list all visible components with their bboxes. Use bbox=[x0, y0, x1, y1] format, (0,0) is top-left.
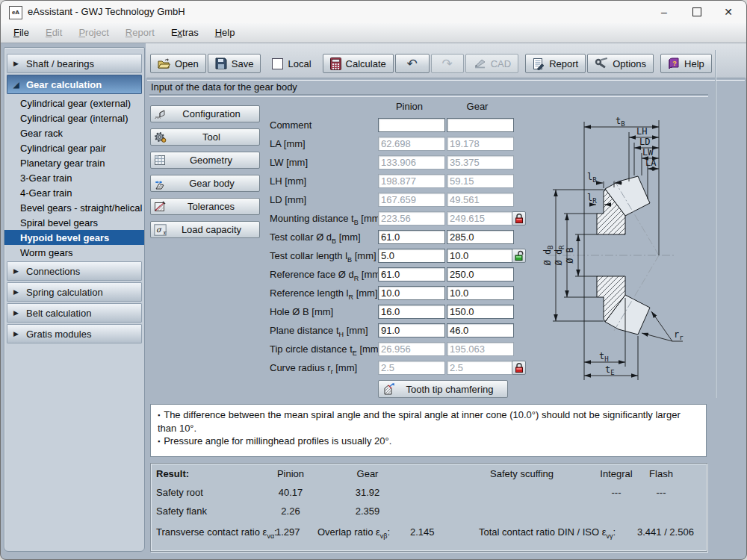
sidebar-item-planetary-gear-train[interactable]: Planetary gear train bbox=[4, 155, 144, 170]
mounting-distance-gear-input bbox=[447, 211, 514, 225]
note-line: ▪The difference between the mean spiral … bbox=[158, 408, 699, 435]
sidebar-item-bevel-gears-straight-helical[interactable]: Bevel gears - straight/helical bbox=[4, 200, 144, 215]
sidebar-section-shaft-bearings[interactable]: ▶Shaft / bearings bbox=[7, 54, 142, 73]
svg-text:LH: LH bbox=[636, 126, 647, 137]
field-label-lh: LH [mm] bbox=[270, 175, 306, 187]
column-header-gear: Gear bbox=[446, 101, 509, 112]
help-button[interactable]: ? Help bbox=[660, 54, 712, 73]
test-collar-length-gear-input[interactable] bbox=[447, 249, 514, 263]
note-line: ▪Pressure angle for millinghead profiles… bbox=[158, 435, 699, 448]
sidebar-item-spiral-bevel-gears[interactable]: Spiral bevel gears bbox=[4, 215, 144, 230]
field-label-la: LA [mm] bbox=[270, 138, 306, 149]
tolerances-button[interactable]: Tolerances bbox=[150, 198, 260, 215]
chamfer-icon bbox=[382, 382, 395, 396]
local-checkbox-group: Local bbox=[267, 58, 315, 69]
sidebar-section-gratis-modules[interactable]: ▶Gratis modules bbox=[7, 324, 142, 343]
reference-face-pinion-input[interactable] bbox=[378, 267, 445, 281]
sidebar-item-gear-rack[interactable]: Gear rack bbox=[4, 125, 144, 140]
sidebar-section-connections[interactable]: ▶Connections bbox=[7, 261, 142, 281]
svg-text:LW: LW bbox=[642, 147, 654, 158]
result-value: --- bbox=[640, 487, 682, 498]
close-button[interactable]: ✕ bbox=[712, 1, 745, 23]
menu-bar: File Edit Project Report Extras Help bbox=[1, 23, 746, 43]
result-col-integral: Integral bbox=[594, 468, 639, 479]
test-collar-length-pinion-input[interactable] bbox=[378, 249, 445, 263]
la-gear-input bbox=[447, 137, 514, 151]
result-value: 31.92 bbox=[345, 487, 390, 498]
undo-icon: ↶ bbox=[407, 57, 418, 70]
mounting-distance-pinion-input bbox=[378, 211, 445, 225]
notes-box: ▪The difference between the mean spiral … bbox=[150, 404, 707, 457]
menu-extras[interactable]: Extras bbox=[163, 23, 207, 43]
calculate-button[interactable]: Calculate bbox=[323, 54, 394, 73]
test-collar-diameter-pinion-input[interactable] bbox=[378, 230, 445, 244]
chevron-right-icon: ▶ bbox=[13, 288, 20, 296]
tooth-tip-chamfering-button[interactable]: Tooth tip chamfering bbox=[378, 380, 508, 398]
plane-distance-gear-input[interactable] bbox=[447, 323, 514, 337]
lock-open-green-icon bbox=[515, 250, 524, 261]
navigation-sidebar: ▶Shaft / bearings ◢Gear calculation Cyli… bbox=[4, 47, 145, 552]
geometry-grid-icon bbox=[154, 155, 166, 166]
tool-gear-icon bbox=[154, 131, 167, 143]
tool-button[interactable]: Tool bbox=[150, 128, 260, 146]
la-pinion-input bbox=[378, 137, 445, 151]
report-button[interactable]: Report bbox=[525, 54, 586, 73]
sidebar-section-gear-calculation[interactable]: ◢Gear calculation bbox=[7, 75, 142, 94]
sidebar-section-belt-calculation[interactable]: ▶Belt calculation bbox=[7, 303, 142, 323]
comment-gear-input[interactable] bbox=[447, 118, 514, 132]
column-header-pinion: Pinion bbox=[378, 101, 441, 112]
mounting-distance-lock-button[interactable] bbox=[512, 211, 526, 225]
triangle-expanded-icon: ◢ bbox=[13, 81, 20, 89]
load-capacity-button[interactable]: σx Load capacity bbox=[150, 221, 260, 238]
sidebar-item-cylindrical-gear-internal[interactable]: Cylindrical gear (internal) bbox=[4, 111, 144, 125]
result-value: 2.26 bbox=[268, 505, 313, 517]
overlap-ratio: Overlap ratio εvβ: bbox=[317, 526, 390, 540]
field-label-test-collar-length: Test collar length lB [mm] bbox=[270, 250, 376, 264]
test-collar-diameter-gear-input[interactable] bbox=[447, 230, 514, 244]
result-col-gear: Gear bbox=[345, 468, 390, 479]
menu-file[interactable]: File bbox=[5, 23, 37, 43]
tip-circle-distance-gear-input bbox=[447, 342, 514, 356]
result-row-label: Safety flank bbox=[156, 505, 207, 517]
result-col-pinion: Pinion bbox=[268, 468, 313, 479]
bullet-icon: ▪ bbox=[158, 438, 160, 445]
open-button[interactable]: Open bbox=[150, 54, 206, 73]
sidebar-item-hypoid-bevel-gears[interactable]: Hypoid bevel gears bbox=[4, 230, 144, 245]
reference-face-gear-input[interactable] bbox=[447, 267, 514, 281]
local-label: Local bbox=[288, 58, 311, 69]
reference-length-gear-input[interactable] bbox=[447, 286, 514, 300]
maximize-button[interactable] bbox=[681, 1, 713, 23]
minimize-button[interactable]: – bbox=[648, 1, 681, 23]
geometry-button[interactable]: Geometry bbox=[150, 152, 260, 169]
chevron-right-icon: ▶ bbox=[13, 330, 20, 337]
sidebar-section-spring-calculation[interactable]: ▶Spring calculation bbox=[7, 282, 142, 302]
menu-help[interactable]: Help bbox=[207, 23, 244, 43]
gear-body-button[interactable]: Gear body bbox=[150, 175, 260, 192]
field-label-hole: Hole Ø B [mm] bbox=[270, 306, 333, 317]
hole-gear-input[interactable] bbox=[447, 305, 514, 319]
undo-button[interactable]: ↶ bbox=[395, 54, 430, 73]
sidebar-item-4-gear-train[interactable]: 4-Gear train bbox=[4, 185, 144, 200]
field-label-reference-length: Reference length lR [mm] bbox=[270, 287, 378, 301]
comment-pinion-input[interactable] bbox=[378, 118, 445, 132]
configuration-button[interactable]: Configuration bbox=[150, 105, 260, 122]
local-checkbox[interactable] bbox=[272, 58, 283, 69]
plane-distance-pinion-input[interactable] bbox=[378, 323, 445, 337]
sidebar-item-worm-gears[interactable]: Worm gears bbox=[4, 245, 144, 260]
sidebar-item-cylindrical-gear-external[interactable]: Cylindrical gear (external) bbox=[4, 96, 144, 111]
save-button[interactable]: Save bbox=[208, 54, 261, 73]
load-capacity-sigma-icon: σx bbox=[154, 224, 167, 236]
reference-length-pinion-input[interactable] bbox=[378, 286, 445, 300]
test-collar-length-lock-button[interactable] bbox=[512, 249, 526, 263]
curve-radius-lock-button[interactable] bbox=[512, 361, 526, 375]
lock-closed-red-icon bbox=[515, 362, 524, 373]
svg-text:rr: rr bbox=[674, 329, 684, 341]
sidebar-item-3-gear-train[interactable]: 3-Gear train bbox=[4, 170, 144, 185]
dimension-labels-group: tB LH LD LW LA lB lR Ø dB Ø dR Ø B tH tE… bbox=[542, 116, 684, 376]
svg-text:lR: lR bbox=[587, 193, 597, 205]
options-button[interactable]: Options bbox=[587, 54, 654, 73]
app-icon: eA bbox=[9, 6, 22, 19]
toolbar: Open Save Local Calculate ↶ ↷ CAD Report bbox=[150, 53, 712, 74]
hole-pinion-input[interactable] bbox=[378, 305, 445, 319]
sidebar-item-cylindrical-gear-pair[interactable]: Cylindrical gear pair bbox=[4, 140, 144, 155]
